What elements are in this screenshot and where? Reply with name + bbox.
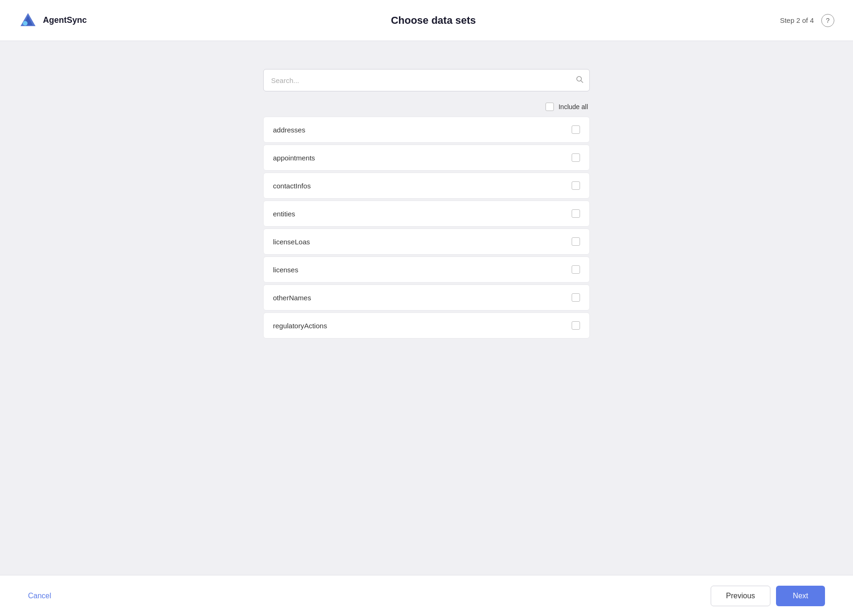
dataset-label-licenseLoas: licenseLoas [273, 238, 310, 246]
include-all-label[interactable]: Include all [559, 103, 588, 111]
content-container: Include all addressesappointmentscontact… [263, 69, 590, 340]
dataset-row: contactInfos [263, 173, 590, 199]
dataset-row: otherNames [263, 284, 590, 311]
dataset-checkbox-licenses[interactable] [572, 265, 580, 274]
step-indicator: Step 2 of 4 [780, 16, 814, 24]
cancel-button[interactable]: Cancel [28, 592, 51, 600]
include-all-checkbox[interactable] [545, 103, 554, 111]
dataset-checkbox-entities[interactable] [572, 209, 580, 218]
dataset-row: entities [263, 201, 590, 227]
footer-right: Previous Next [711, 586, 825, 606]
dataset-row: addresses [263, 117, 590, 143]
footer: Cancel Previous Next [0, 575, 853, 616]
dataset-checkbox-otherNames[interactable] [572, 293, 580, 302]
previous-button[interactable]: Previous [711, 586, 770, 606]
svg-point-2 [23, 21, 28, 26]
dataset-checkbox-contactInfos[interactable] [572, 181, 580, 190]
header: AgentSync Choose data sets Step 2 of 4 ? [0, 0, 853, 41]
dataset-label-addresses: addresses [273, 126, 305, 134]
dataset-label-regulatoryActions: regulatoryActions [273, 322, 327, 330]
agentsync-logo-icon [19, 11, 37, 30]
dataset-label-appointments: appointments [273, 154, 315, 162]
dataset-checkbox-licenseLoas[interactable] [572, 237, 580, 246]
search-input[interactable] [263, 69, 590, 91]
dataset-row: licenses [263, 256, 590, 283]
header-right: Step 2 of 4 ? [780, 14, 834, 27]
dataset-row: regulatoryActions [263, 312, 590, 339]
datasets-list: addressesappointmentscontactInfosentitie… [263, 117, 590, 340]
dataset-checkbox-addresses[interactable] [572, 125, 580, 134]
help-icon[interactable]: ? [821, 14, 834, 27]
dataset-checkbox-appointments[interactable] [572, 153, 580, 162]
logo-area: AgentSync [19, 11, 87, 30]
dataset-label-licenses: licenses [273, 266, 298, 274]
next-button[interactable]: Next [776, 586, 825, 606]
dataset-label-otherNames: otherNames [273, 294, 311, 302]
page-title: Choose data sets [391, 14, 476, 27]
dataset-row: licenseLoas [263, 228, 590, 255]
logo-text: AgentSync [43, 15, 87, 25]
search-bar-wrapper [263, 69, 590, 91]
dataset-checkbox-regulatoryActions[interactable] [572, 321, 580, 330]
dataset-label-entities: entities [273, 210, 295, 218]
dataset-label-contactInfos: contactInfos [273, 182, 311, 190]
main-content: Include all addressesappointmentscontact… [0, 41, 853, 575]
include-all-row: Include all [263, 103, 590, 111]
dataset-row: appointments [263, 145, 590, 171]
